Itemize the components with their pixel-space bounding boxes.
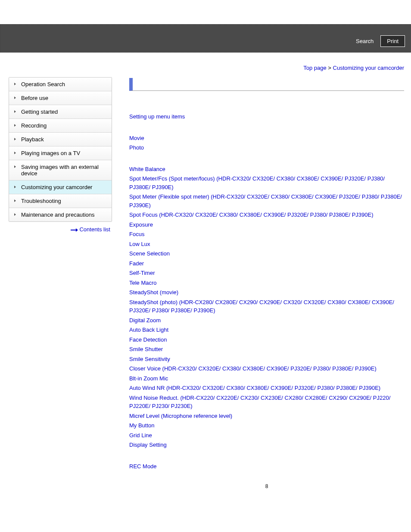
- sidebar-item[interactable]: Before use: [9, 91, 112, 105]
- content-link[interactable]: Wind Noise Reduct. (HDR-CX220/ CX220E/ C…: [129, 395, 390, 410]
- content-line: Movie: [129, 134, 404, 143]
- content-line: Display Setting: [129, 441, 404, 449]
- content-line: Auto Back Light: [129, 326, 404, 334]
- content-line: Setting up menu items: [129, 112, 404, 121]
- content-link[interactable]: Tele Macro: [129, 280, 157, 286]
- content-line: My Button: [129, 421, 404, 430]
- content-link[interactable]: White Balance: [129, 166, 165, 172]
- content-link[interactable]: Auto Back Light: [129, 327, 168, 333]
- main-content: Setting up menu items MoviePhoto White B…: [112, 76, 411, 507]
- content-link[interactable]: Movie: [129, 135, 144, 141]
- content-link[interactable]: Digital Zoom: [129, 317, 161, 324]
- arrow-right-icon: [71, 230, 78, 230]
- content-link[interactable]: SteadyShot (movie): [129, 289, 178, 296]
- content-line: Wind Noise Reduct. (HDR-CX220/ CX220E/ C…: [129, 394, 404, 411]
- sidebar-item[interactable]: Operation Search: [9, 78, 112, 91]
- content-line: Blt-in Zoom Mic: [129, 374, 404, 383]
- breadcrumb-separator: >: [327, 65, 333, 71]
- content-link[interactable]: Face Detection: [129, 336, 167, 343]
- link-group-camera-mic: White BalanceSpot Meter/Fcs (Spot meter/…: [129, 165, 404, 449]
- sidebar-list: Operation SearchBefore useGetting starte…: [9, 77, 112, 222]
- sidebar-item[interactable]: Getting started: [9, 105, 112, 119]
- content-link[interactable]: Grid Line: [129, 432, 152, 439]
- header-band: Search Print: [0, 24, 411, 53]
- contents-list-link[interactable]: Contents list: [79, 226, 110, 233]
- content-link[interactable]: Micref Level (Microphone reference level…: [129, 413, 232, 419]
- content-line: Photo: [129, 143, 404, 152]
- content-line: SteadyShot (photo) (HDR-CX280/ CX280E/ C…: [129, 298, 404, 315]
- sidebar-item[interactable]: Playing images on a TV: [9, 146, 112, 160]
- content-link[interactable]: REC Mode: [129, 463, 157, 470]
- content-line: SteadyShot (movie): [129, 288, 404, 297]
- content-line: Grid Line: [129, 431, 404, 440]
- link-group-shooting-mode: MoviePhoto: [129, 134, 404, 152]
- content-line: Low Lux: [129, 240, 404, 249]
- sidebar-item[interactable]: Maintenance and precautions: [9, 208, 112, 221]
- sidebar-item[interactable]: Recording: [9, 119, 112, 133]
- breadcrumb-top-link[interactable]: Top page: [303, 65, 327, 71]
- content-link[interactable]: My Button: [129, 422, 155, 429]
- sidebar-item[interactable]: Customizing your camcorder: [9, 180, 112, 194]
- content-line: Smile Shutter: [129, 345, 404, 354]
- content-line: Focus: [129, 230, 404, 239]
- content-line: Tele Macro: [129, 279, 404, 287]
- content-line: Closer Voice (HDR-CX320/ CX320E/ CX380/ …: [129, 364, 404, 373]
- sidebar-item[interactable]: Saving images with an external device: [9, 160, 112, 180]
- content-link[interactable]: Focus: [129, 231, 144, 237]
- content-link[interactable]: Spot Focus (HDR-CX320/ CX320E/ CX380/ CX…: [129, 212, 374, 218]
- content-line: Exposure: [129, 221, 404, 229]
- link-group-setup: Setting up menu items: [129, 112, 404, 121]
- content-link[interactable]: Fader: [129, 260, 144, 267]
- content-line: Scene Selection: [129, 249, 404, 258]
- content-line: Smile Sensitivity: [129, 355, 404, 364]
- print-button[interactable]: Print: [380, 35, 405, 47]
- content-link[interactable]: Blt-in Zoom Mic: [129, 375, 168, 382]
- content-link[interactable]: Closer Voice (HDR-CX320/ CX320E/ CX380/ …: [129, 365, 377, 372]
- content-line: Face Detection: [129, 336, 404, 344]
- content-link[interactable]: Spot Meter/Fcs (Spot meter/focus) (HDR-C…: [129, 175, 385, 190]
- sidebar-item[interactable]: Troubleshooting: [9, 194, 112, 208]
- search-button[interactable]: Search: [352, 35, 378, 47]
- content-line: Spot Meter/Fcs (Spot meter/focus) (HDR-C…: [129, 174, 404, 191]
- content-link[interactable]: Smile Sensitivity: [129, 356, 170, 362]
- header-controls: Search Print: [352, 35, 405, 47]
- content-link[interactable]: Smile Shutter: [129, 346, 163, 352]
- content-link[interactable]: Auto Wind NR (HDR-CX320/ CX320E/ CX380/ …: [129, 385, 380, 391]
- breadcrumb: Top page > Customizing your camcorder: [0, 53, 411, 76]
- sidebar-item[interactable]: Playback: [9, 133, 112, 146]
- content-line: Spot Meter (Flexible spot meter) (HDR-CX…: [129, 193, 404, 209]
- content-line: Fader: [129, 259, 404, 268]
- sidebar: Operation SearchBefore useGetting starte…: [0, 76, 112, 233]
- content-line: REC Mode: [129, 462, 404, 471]
- content-link[interactable]: Display Setting: [129, 442, 167, 448]
- content-link[interactable]: Setting up menu items: [129, 113, 185, 120]
- content-link[interactable]: Low Lux: [129, 241, 150, 247]
- section-heading-bar: [129, 78, 404, 91]
- content-line: Auto Wind NR (HDR-CX320/ CX320E/ CX380/ …: [129, 384, 404, 392]
- content-link[interactable]: Self-Timer: [129, 270, 155, 276]
- content-line: Spot Focus (HDR-CX320/ CX320E/ CX380/ CX…: [129, 211, 404, 219]
- content-link[interactable]: Photo: [129, 144, 144, 151]
- breadcrumb-current-link[interactable]: Customizing your camcorder: [333, 65, 404, 71]
- content-line: Self-Timer: [129, 269, 404, 277]
- link-group-image-quality: REC Mode: [129, 462, 404, 471]
- contents-list-row: Contents list: [9, 222, 112, 233]
- content-line: Digital Zoom: [129, 316, 404, 325]
- content-link[interactable]: Spot Meter (Flexible spot meter) (HDR-CX…: [129, 193, 402, 208]
- content-line: White Balance: [129, 165, 404, 174]
- page-number: 8: [129, 483, 404, 489]
- content-link[interactable]: Exposure: [129, 221, 153, 228]
- content-link[interactable]: SteadyShot (photo) (HDR-CX280/ CX280E/ C…: [129, 299, 394, 314]
- content-line: Micref Level (Microphone reference level…: [129, 412, 404, 420]
- content-link[interactable]: Scene Selection: [129, 250, 170, 257]
